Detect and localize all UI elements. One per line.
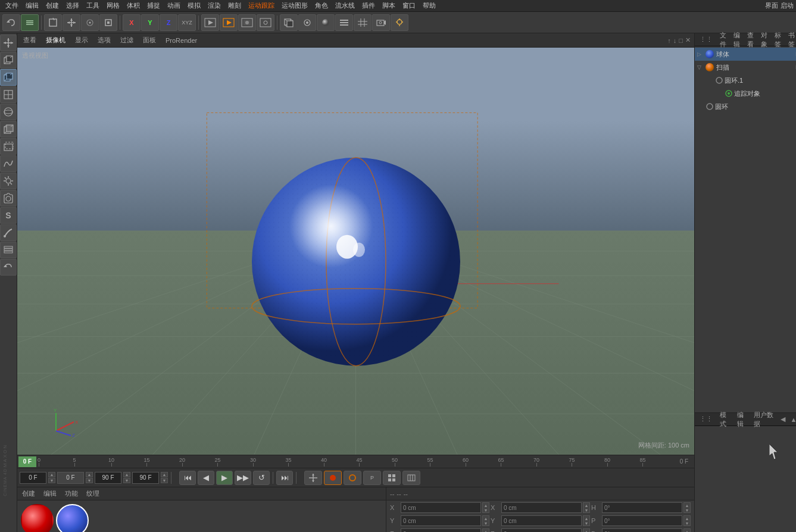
menu-select[interactable]: 选择 [63,1,82,11]
move-kf-btn[interactable] [304,471,322,485]
coord-b-input[interactable] [602,528,682,532]
material-red-item[interactable]: 材质 [21,504,54,532]
vtab-view[interactable]: 查看 [21,35,39,46]
om-tab-bookmark[interactable]: 书签 [786,30,796,50]
coord-rz-spinner[interactable]: ▲ ▼ [583,528,590,532]
axis-y-button[interactable]: Y [141,14,159,31]
coord-x-up[interactable]: ▲ [483,503,489,508]
mtab-edit[interactable]: 编辑 [41,488,59,499]
sidebar-light[interactable] [0,173,17,189]
select-rect-button[interactable] [44,14,62,31]
vp-maximize[interactable]: □ [679,37,683,44]
next-frame-btn[interactable]: ▶▶ [235,471,251,485]
3d-viewport[interactable]: 透视视图 [17,48,694,455]
om-tab-edit[interactable]: 编辑 [731,30,742,50]
sidebar-camera[interactable] [0,190,17,206]
menu-mesh[interactable]: 网格 [104,1,123,11]
sidebar-refresh[interactable] [0,259,17,276]
vp-close[interactable]: ✕ [685,36,691,44]
max-frame-up[interactable]: ▲ [161,472,168,477]
sidebar-move-tool[interactable] [0,35,17,51]
at-up-btn[interactable]: ▲ [789,415,796,424]
vtab-camera[interactable]: 摄像机 [43,35,68,46]
render-settings-button[interactable] [257,14,274,31]
end-frame-up[interactable]: ▲ [123,472,130,477]
om-tab-file[interactable]: 文件 [717,30,729,50]
om-tab-object[interactable]: 对象 [758,30,770,50]
ruler-marks[interactable]: 051015202530354045505560657075808590 [38,455,675,468]
menu-plugin[interactable]: 插件 [359,1,378,11]
coord-z-up[interactable]: ▲ [483,529,489,532]
menu-window[interactable]: 窗口 [399,1,419,11]
coord-h-up[interactable]: ▲ [684,503,690,508]
menu-render[interactable]: 渲染 [205,1,224,11]
om-tab-view[interactable]: 查看 [745,30,756,50]
menu-character[interactable]: 角色 [312,1,331,11]
vp-arrow-up[interactable]: ↑ [667,37,671,44]
sidebar-subdivide[interactable] [0,86,17,103]
sidebar-cube-solid[interactable] [0,121,17,137]
start-frame-up[interactable]: ▲ [86,472,93,477]
goto-end-btn[interactable]: ↺ [253,471,270,485]
coord-z-input[interactable] [401,528,481,532]
coord-h-spinner[interactable]: ▲ ▼ [683,502,691,513]
axis-z-button[interactable]: Z [160,14,177,31]
menu-body[interactable]: 体积 [124,1,143,11]
coord-x-spinner[interactable]: ▲ ▼ [482,502,489,513]
coord-rx-up[interactable]: ▲ [583,503,589,508]
max-frame-down[interactable]: ▼ [161,478,168,483]
at-back-btn[interactable]: ◀ [778,415,788,424]
object-row-scan[interactable]: ▽ 扫描 ☑ ✓ ✓ [695,61,796,74]
sidebar-shape-active[interactable] [0,69,17,86]
render-button[interactable] [220,14,238,31]
record-kf-btn[interactable] [324,471,342,485]
sphere-expand[interactable]: ▷ [697,51,704,57]
coord-y-up[interactable]: ▲ [483,516,489,521]
menu-pipeline[interactable]: 流水线 [332,1,358,11]
current-frame-input[interactable] [20,472,46,484]
mtab-texture[interactable]: 纹理 [84,488,102,499]
timeline-view-btn[interactable] [402,471,420,485]
menu-motion-track[interactable]: 运动跟踪 [245,1,277,11]
coord-rx-spinner[interactable]: ▲ ▼ [583,502,590,513]
vtab-display[interactable]: 显示 [73,35,90,46]
menu-edit[interactable]: 编辑 [23,1,42,11]
sidebar-spline[interactable] [0,155,17,172]
object-row-tracker[interactable]: 追踪对象 ☑ ✓ [695,87,796,100]
object-row-sphere[interactable]: ▷ 球体 ☑ ✓ ✓ [695,48,796,61]
menu-script[interactable]: 脚本 [379,1,398,11]
end-frame-input[interactable] [95,472,121,484]
keyframe-grid-btn[interactable] [383,471,401,485]
start-frame-down[interactable]: ▼ [86,478,93,483]
rotate-button[interactable] [81,14,99,31]
scan-vis-check[interactable]: ☑ [794,63,796,71]
menu-help[interactable]: 帮助 [420,1,439,11]
coord-rz-input[interactable] [501,528,582,532]
view-grid-button[interactable] [354,14,372,31]
menu-create[interactable]: 创建 [43,1,62,11]
menu-animation[interactable]: 动画 [164,1,183,11]
frame-up[interactable]: ▲ [48,472,55,477]
sphere-object[interactable] [243,149,469,377]
menu-sculpt[interactable]: 雕刻 [225,1,244,11]
view-light-button[interactable] [391,14,408,31]
view-shading-button[interactable] [317,14,335,31]
coord-ry-spinner[interactable]: ▲ ▼ [583,515,590,526]
sidebar-sphere[interactable] [0,104,17,120]
sphere-vis-check[interactable]: ☑ [794,50,796,58]
coord-p-spinner[interactable]: ▲ ▼ [683,515,691,526]
material-blue-item[interactable]: 材质.1 [56,504,89,532]
preview-range-btn[interactable]: P [363,471,381,485]
scan-expand[interactable]: ▽ [697,64,704,70]
sidebar-material[interactable]: S [0,207,17,224]
start-frame-input[interactable] [57,472,84,484]
om-tab-tag[interactable]: 标签 [772,30,783,50]
coord-b-spinner[interactable]: ▲ ▼ [683,528,691,532]
view-layers-button[interactable] [335,14,353,31]
coord-x-down[interactable]: ▼ [483,508,489,512]
move-button[interactable] [63,14,80,31]
coord-ry-down[interactable]: ▼ [583,521,589,525]
coord-h-input[interactable] [602,502,682,513]
coord-ry-up[interactable]: ▲ [583,516,589,521]
coord-y-down[interactable]: ▼ [483,521,489,525]
